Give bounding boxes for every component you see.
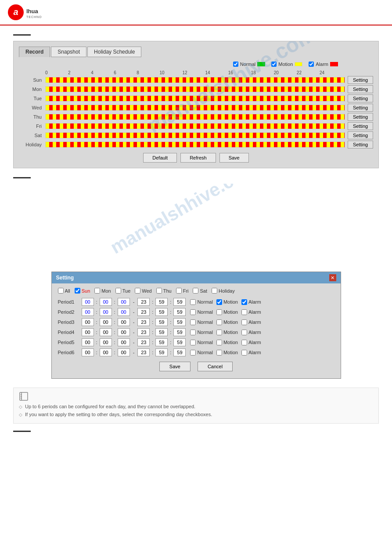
period6-start-h[interactable] [82,348,94,356]
default-button[interactable]: Default [143,153,177,163]
period2-row: Period2 : : - : : Normal [58,308,334,316]
bar-tue[interactable] [45,95,345,102]
bar-wed[interactable] [45,105,345,111]
period1-normal-cb[interactable] [190,299,196,305]
period6-end-h[interactable] [137,348,150,356]
setting-btn-thu[interactable]: Setting [348,113,373,121]
period3-start-s[interactable] [118,318,130,326]
period6-normal-cb[interactable] [190,350,196,355]
setting-btn-tue[interactable]: Setting [348,94,373,102]
legend-alarm-checkbox[interactable] [309,62,314,67]
checkbox-fri[interactable] [176,288,182,294]
period4-end-m[interactable] [155,328,168,336]
period4-normal-cb[interactable] [190,330,196,335]
save-button-schedule[interactable]: Save [219,153,249,163]
period6-end-s[interactable] [173,348,186,356]
period3-start-h[interactable] [82,318,94,326]
period5-end-m[interactable] [155,338,168,346]
period6-end-m[interactable] [155,348,168,356]
period2-alarm-cb[interactable] [241,309,247,315]
period4-start-h[interactable] [82,328,94,336]
period6-motion-cb[interactable] [216,350,222,355]
checkbox-all[interactable] [58,288,64,294]
tab-snapshot[interactable]: Snapshot [51,47,86,57]
period6-alarm-check: Alarm [241,350,261,355]
period1-end-m[interactable] [155,298,168,306]
tab-record[interactable]: Record [19,47,50,57]
period4-motion-cb[interactable] [216,330,222,335]
period2-end-m[interactable] [155,308,168,316]
period5-end-h[interactable] [137,338,150,346]
bar-mon[interactable] [45,86,345,92]
checkbox-mon[interactable] [94,288,100,294]
period3-normal-cb[interactable] [190,319,196,325]
bar-sun[interactable] [45,77,345,83]
period1-end-h[interactable] [137,298,150,306]
period5-start-m[interactable] [100,338,112,346]
legend-motion-checkbox[interactable] [271,62,277,67]
period1-start-m[interactable] [100,298,112,306]
period4-alarm-cb[interactable] [241,330,247,335]
period3-end-m[interactable] [155,318,168,326]
dialog-save-button[interactable]: Save [159,362,191,371]
period2-start-s[interactable] [118,308,130,316]
period4-start-m[interactable] [100,328,112,336]
period2-start-h[interactable] [82,308,94,316]
checkbox-holiday[interactable] [212,288,217,294]
checkbox-tue[interactable] [115,288,121,294]
bar-fri[interactable] [45,123,345,129]
checkbox-thu[interactable] [156,288,162,294]
day-sun: Sun [19,77,45,83]
checkbox-sat[interactable] [193,288,198,294]
bar-holiday[interactable] [45,141,345,148]
time-0: 0 [45,70,68,75]
period2-start-m[interactable] [100,308,112,316]
bar-sat[interactable] [45,132,345,138]
legend-normal-checkbox[interactable] [233,62,238,67]
period2-end-s[interactable] [173,308,186,316]
period6-alarm-cb[interactable] [241,350,247,355]
checkbox-sun[interactable] [75,288,80,294]
time-20: 20 [274,70,297,75]
period6-start-s[interactable] [118,348,130,356]
setting-btn-sat[interactable]: Setting [348,131,373,139]
bar-thu[interactable] [45,114,345,120]
setting-btn-wed[interactable]: Setting [348,104,373,112]
section-divider-bottom [13,431,31,432]
checkbox-wed[interactable] [135,288,140,294]
period3-alarm-cb[interactable] [241,319,247,325]
tab-holiday-schedule[interactable]: Holiday Schedule [87,47,141,57]
period1-motion-cb[interactable] [216,299,222,305]
schedule-row-holiday: Holiday Setting [19,141,373,149]
period2-motion-cb[interactable] [216,309,222,315]
dialog-cancel-button[interactable]: Cancel [198,362,233,371]
period2-end-h[interactable] [137,308,150,316]
period5-start-s[interactable] [118,338,130,346]
period2-normal-cb[interactable] [190,309,196,315]
setting-btn-fri[interactable]: Setting [348,122,373,130]
period3-end-h[interactable] [137,318,150,326]
period4-start-s[interactable] [118,328,130,336]
setting-btn-mon[interactable]: Setting [348,85,373,93]
period5-normal-cb[interactable] [190,340,196,345]
period5-start-h[interactable] [82,338,94,346]
period6-start-m[interactable] [100,348,112,356]
period3-motion-cb[interactable] [216,319,222,325]
period1-end-s[interactable] [173,298,186,306]
period4-end-s[interactable] [173,328,186,336]
period5-motion-cb[interactable] [216,340,222,345]
period1-alarm-check: Alarm [241,299,261,305]
period3-end-s[interactable] [173,318,186,326]
setting-btn-holiday[interactable]: Setting [348,141,373,149]
setting-btn-sun[interactable]: Setting [348,76,373,84]
period5-end-s[interactable] [173,338,186,346]
period1-alarm-cb[interactable] [241,299,247,305]
period3-alarm-check: Alarm [241,319,261,325]
refresh-button[interactable]: Refresh [180,153,216,163]
period1-start-s[interactable] [118,298,130,306]
period5-alarm-cb[interactable] [241,340,247,345]
period1-start-h[interactable] [82,298,94,306]
dialog-close-button[interactable]: ✕ [329,274,336,281]
period3-start-m[interactable] [100,318,112,326]
period4-end-h[interactable] [137,328,150,336]
